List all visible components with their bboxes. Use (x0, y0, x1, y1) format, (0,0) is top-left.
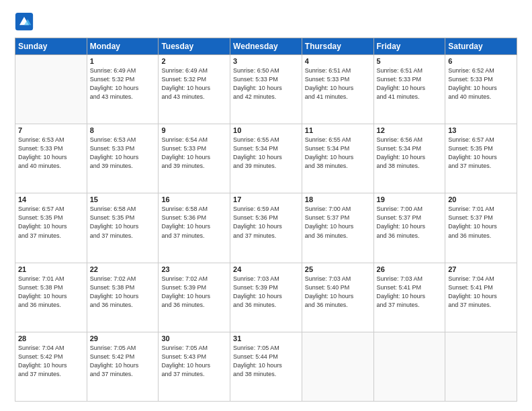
day-info: Sunrise: 6:57 AM Sunset: 5:35 PM Dayligh… (448, 136, 514, 171)
day-number: 12 (377, 126, 443, 134)
day-info: Sunrise: 7:00 AM Sunset: 5:37 PM Dayligh… (305, 205, 371, 240)
day-number: 7 (18, 126, 84, 134)
day-number: 29 (90, 334, 156, 342)
day-info: Sunrise: 6:54 AM Sunset: 5:33 PM Dayligh… (161, 136, 227, 171)
calendar-cell: 26Sunrise: 7:03 AM Sunset: 5:41 PM Dayli… (373, 263, 445, 332)
calendar-cell: 11Sunrise: 6:55 AM Sunset: 5:34 PM Dayli… (302, 124, 373, 193)
day-info: Sunrise: 7:04 AM Sunset: 5:41 PM Dayligh… (448, 275, 514, 310)
calendar-cell: 7Sunrise: 6:53 AM Sunset: 5:33 PM Daylig… (15, 124, 87, 193)
day-info: Sunrise: 6:50 AM Sunset: 5:33 PM Dayligh… (233, 66, 299, 101)
day-number: 6 (448, 57, 514, 65)
calendar-cell: 9Sunrise: 6:54 AM Sunset: 5:33 PM Daylig… (159, 124, 230, 193)
day-number: 17 (233, 195, 299, 203)
calendar-cell: 8Sunrise: 6:53 AM Sunset: 5:33 PM Daylig… (87, 124, 159, 193)
day-number: 10 (233, 126, 299, 134)
day-info: Sunrise: 6:51 AM Sunset: 5:33 PM Dayligh… (305, 66, 371, 101)
calendar-cell: 2Sunrise: 6:49 AM Sunset: 5:32 PM Daylig… (159, 55, 230, 124)
calendar-cell: 24Sunrise: 7:03 AM Sunset: 5:39 PM Dayli… (230, 263, 302, 332)
calendar-cell: 1Sunrise: 6:49 AM Sunset: 5:32 PM Daylig… (87, 55, 159, 124)
day-number: 20 (448, 195, 514, 203)
calendar-cell: 22Sunrise: 7:02 AM Sunset: 5:38 PM Dayli… (87, 263, 159, 332)
day-info: Sunrise: 6:52 AM Sunset: 5:33 PM Dayligh… (448, 66, 514, 101)
week-row-1: 7Sunrise: 6:53 AM Sunset: 5:33 PM Daylig… (15, 124, 517, 193)
calendar-cell: 30Sunrise: 7:05 AM Sunset: 5:43 PM Dayli… (159, 332, 230, 401)
calendar-cell: 29Sunrise: 7:05 AM Sunset: 5:42 PM Dayli… (87, 332, 159, 401)
day-number: 30 (161, 334, 227, 342)
weekday-header-monday: Monday (87, 38, 159, 55)
day-info: Sunrise: 6:58 AM Sunset: 5:35 PM Dayligh… (90, 205, 156, 240)
day-number: 1 (90, 57, 156, 65)
day-number: 9 (161, 126, 227, 134)
day-number: 22 (90, 265, 156, 273)
day-info: Sunrise: 7:01 AM Sunset: 5:37 PM Dayligh… (448, 205, 514, 240)
calendar-cell: 25Sunrise: 7:03 AM Sunset: 5:40 PM Dayli… (302, 263, 373, 332)
logo-icon (15, 12, 34, 31)
logo (15, 12, 36, 31)
calendar-cell: 12Sunrise: 6:56 AM Sunset: 5:34 PM Dayli… (373, 124, 445, 193)
calendar-cell: 10Sunrise: 6:55 AM Sunset: 5:34 PM Dayli… (230, 124, 302, 193)
day-number: 23 (161, 265, 227, 273)
calendar-cell: 6Sunrise: 6:52 AM Sunset: 5:33 PM Daylig… (445, 55, 517, 124)
day-info: Sunrise: 6:56 AM Sunset: 5:34 PM Dayligh… (377, 136, 443, 171)
day-number: 28 (18, 334, 84, 342)
calendar-cell: 19Sunrise: 7:00 AM Sunset: 5:37 PM Dayli… (373, 193, 445, 263)
day-info: Sunrise: 7:03 AM Sunset: 5:39 PM Dayligh… (233, 275, 299, 310)
weekday-header-saturday: Saturday (445, 38, 517, 55)
calendar-cell (445, 332, 517, 401)
day-info: Sunrise: 7:00 AM Sunset: 5:37 PM Dayligh… (377, 205, 443, 240)
calendar-table: SundayMondayTuesdayWednesdayThursdayFrid… (15, 38, 517, 402)
calendar-cell: 14Sunrise: 6:57 AM Sunset: 5:35 PM Dayli… (15, 193, 87, 263)
header (15, 12, 517, 31)
day-number: 21 (18, 265, 84, 273)
day-number: 2 (161, 57, 227, 65)
day-number: 14 (18, 195, 84, 203)
calendar-cell: 17Sunrise: 6:59 AM Sunset: 5:36 PM Dayli… (230, 193, 302, 263)
day-info: Sunrise: 7:02 AM Sunset: 5:38 PM Dayligh… (90, 275, 156, 310)
calendar-cell: 13Sunrise: 6:57 AM Sunset: 5:35 PM Dayli… (445, 124, 517, 193)
day-info: Sunrise: 6:49 AM Sunset: 5:32 PM Dayligh… (90, 66, 156, 101)
day-number: 15 (90, 195, 156, 203)
calendar-cell: 4Sunrise: 6:51 AM Sunset: 5:33 PM Daylig… (302, 55, 373, 124)
day-info: Sunrise: 6:53 AM Sunset: 5:33 PM Dayligh… (18, 136, 84, 171)
calendar-cell: 18Sunrise: 7:00 AM Sunset: 5:37 PM Dayli… (302, 193, 373, 263)
calendar-body: 1Sunrise: 6:49 AM Sunset: 5:32 PM Daylig… (15, 55, 517, 402)
day-info: Sunrise: 6:55 AM Sunset: 5:34 PM Dayligh… (233, 136, 299, 171)
week-row-2: 14Sunrise: 6:57 AM Sunset: 5:35 PM Dayli… (15, 193, 517, 263)
day-number: 25 (305, 265, 371, 273)
weekday-header-thursday: Thursday (302, 38, 373, 55)
day-number: 13 (448, 126, 514, 134)
day-info: Sunrise: 6:59 AM Sunset: 5:36 PM Dayligh… (233, 205, 299, 240)
calendar-cell: 28Sunrise: 7:04 AM Sunset: 5:42 PM Dayli… (15, 332, 87, 401)
weekday-header-sunday: Sunday (15, 38, 87, 55)
calendar-cell: 3Sunrise: 6:50 AM Sunset: 5:33 PM Daylig… (230, 55, 302, 124)
day-number: 5 (377, 57, 443, 65)
calendar-cell (373, 332, 445, 401)
calendar-cell: 27Sunrise: 7:04 AM Sunset: 5:41 PM Dayli… (445, 263, 517, 332)
day-info: Sunrise: 7:05 AM Sunset: 5:43 PM Dayligh… (161, 344, 227, 379)
day-info: Sunrise: 6:51 AM Sunset: 5:33 PM Dayligh… (377, 66, 443, 101)
day-number: 19 (377, 195, 443, 203)
day-info: Sunrise: 7:02 AM Sunset: 5:39 PM Dayligh… (161, 275, 227, 310)
calendar-cell: 21Sunrise: 7:01 AM Sunset: 5:38 PM Dayli… (15, 263, 87, 332)
calendar-cell: 15Sunrise: 6:58 AM Sunset: 5:35 PM Dayli… (87, 193, 159, 263)
day-info: Sunrise: 6:57 AM Sunset: 5:35 PM Dayligh… (18, 205, 84, 240)
weekday-header-wednesday: Wednesday (230, 38, 302, 55)
calendar-cell (15, 55, 87, 124)
day-info: Sunrise: 7:01 AM Sunset: 5:38 PM Dayligh… (18, 275, 84, 310)
calendar-cell: 31Sunrise: 7:05 AM Sunset: 5:44 PM Dayli… (230, 332, 302, 401)
day-info: Sunrise: 6:55 AM Sunset: 5:34 PM Dayligh… (305, 136, 371, 171)
day-info: Sunrise: 7:05 AM Sunset: 5:44 PM Dayligh… (233, 344, 299, 379)
day-number: 16 (161, 195, 227, 203)
week-row-3: 21Sunrise: 7:01 AM Sunset: 5:38 PM Dayli… (15, 263, 517, 332)
week-row-4: 28Sunrise: 7:04 AM Sunset: 5:42 PM Dayli… (15, 332, 517, 401)
weekday-header-tuesday: Tuesday (159, 38, 230, 55)
day-info: Sunrise: 7:04 AM Sunset: 5:42 PM Dayligh… (18, 344, 84, 379)
day-info: Sunrise: 6:49 AM Sunset: 5:32 PM Dayligh… (161, 66, 227, 101)
calendar-cell: 5Sunrise: 6:51 AM Sunset: 5:33 PM Daylig… (373, 55, 445, 124)
calendar-cell: 20Sunrise: 7:01 AM Sunset: 5:37 PM Dayli… (445, 193, 517, 263)
day-number: 18 (305, 195, 371, 203)
calendar-cell: 23Sunrise: 7:02 AM Sunset: 5:39 PM Dayli… (159, 263, 230, 332)
day-info: Sunrise: 7:03 AM Sunset: 5:40 PM Dayligh… (305, 275, 371, 310)
calendar-cell (302, 332, 373, 401)
day-number: 4 (305, 57, 371, 65)
